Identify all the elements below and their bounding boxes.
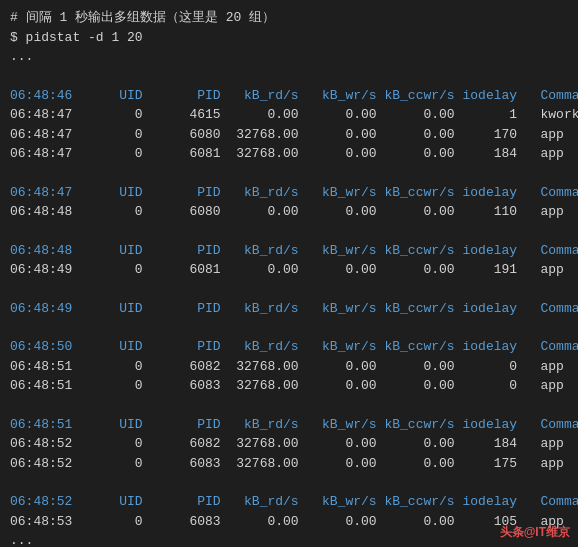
terminal-line-data2: 06:48:47 0 6080 32768.00 0.00 0.00 170 a…: [10, 125, 568, 145]
terminal-line-data4: 06:48:48 0 6080 0.00 0.00 0.00 110 app: [10, 202, 568, 222]
terminal-line-header5: 06:48:50 UID PID kB_rd/s kB_wr/s kB_ccwr…: [10, 337, 568, 357]
terminal-line-data6: 06:48:51 0 6082 32768.00 0.00 0.00 0 app: [10, 357, 568, 377]
terminal-line-dots1: ...: [10, 47, 568, 67]
output-container: # 间隔 1 秒输出多组数据（这里是 20 组）$ pidstat -d 1 2…: [10, 8, 568, 547]
empty-line: [10, 164, 568, 183]
empty-line: [10, 67, 568, 86]
terminal-line-prompt1: $ pidstat -d 1 20: [10, 28, 568, 48]
empty-line: [10, 222, 568, 241]
terminal-line-dots2: ...: [10, 531, 568, 547]
watermark: 头条@IT维京: [500, 524, 570, 541]
empty-line: [10, 318, 568, 337]
terminal-line-data1: 06:48:47 0 4615 0.00 0.00 0.00 1 kworker…: [10, 105, 568, 125]
terminal-line-data7: 06:48:51 0 6083 32768.00 0.00 0.00 0 app: [10, 376, 568, 396]
terminal-line-data3: 06:48:47 0 6081 32768.00 0.00 0.00 184 a…: [10, 144, 568, 164]
terminal-line-header4: 06:48:49 UID PID kB_rd/s kB_wr/s kB_ccwr…: [10, 299, 568, 319]
terminal-window: # 间隔 1 秒输出多组数据（这里是 20 组）$ pidstat -d 1 2…: [0, 0, 578, 547]
terminal-line-comment1: # 间隔 1 秒输出多组数据（这里是 20 组）: [10, 8, 568, 28]
terminal-line-header2: 06:48:47 UID PID kB_rd/s kB_wr/s kB_ccwr…: [10, 183, 568, 203]
terminal-line-data5: 06:48:49 0 6081 0.00 0.00 0.00 191 app: [10, 260, 568, 280]
terminal-line-header6: 06:48:51 UID PID kB_rd/s kB_wr/s kB_ccwr…: [10, 415, 568, 435]
empty-line: [10, 280, 568, 299]
terminal-line-header3: 06:48:48 UID PID kB_rd/s kB_wr/s kB_ccwr…: [10, 241, 568, 261]
empty-line: [10, 396, 568, 415]
empty-line: [10, 473, 568, 492]
terminal-line-data8: 06:48:52 0 6082 32768.00 0.00 0.00 184 a…: [10, 434, 568, 454]
terminal-line-header7: 06:48:52 UID PID kB_rd/s kB_wr/s kB_ccwr…: [10, 492, 568, 512]
terminal-line-data9: 06:48:52 0 6083 32768.00 0.00 0.00 175 a…: [10, 454, 568, 474]
terminal-line-data10: 06:48:53 0 6083 0.00 0.00 0.00 105 app: [10, 512, 568, 532]
terminal-line-header1: 06:48:46 UID PID kB_rd/s kB_wr/s kB_ccwr…: [10, 86, 568, 106]
